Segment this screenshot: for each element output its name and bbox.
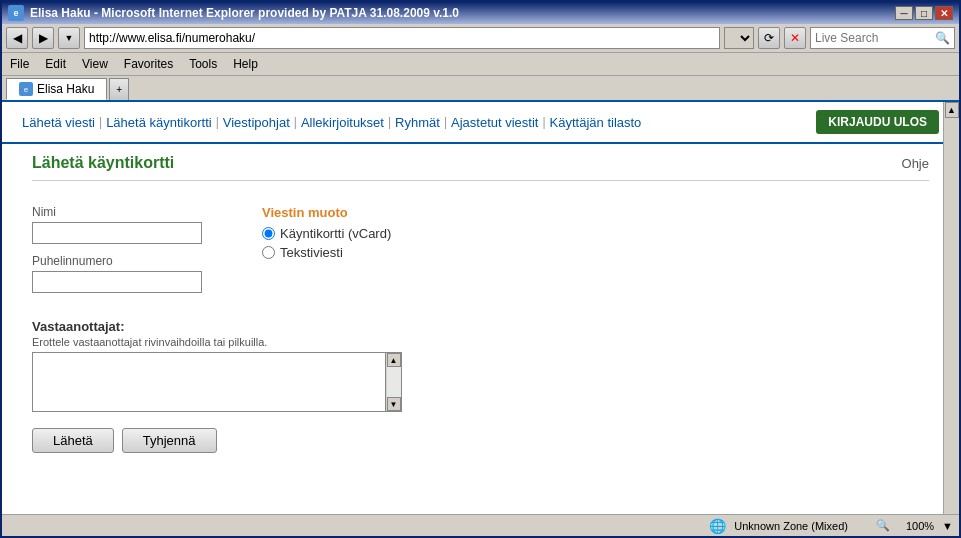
nav-ajastetut[interactable]: Ajastetut viestit [451,115,538,130]
zoom-icon: 🔍 [876,519,890,532]
vscroll-up[interactable]: ▲ [945,102,959,118]
scroll-down-button[interactable]: ▼ [387,397,401,411]
puhelin-label: Puhelinnumero [32,254,202,268]
close-button[interactable]: ✕ [935,6,953,20]
nav-laheta-viesti[interactable]: Lähetä viesti [22,115,95,130]
page-header: Lähetä käyntikortti Ohje [32,154,929,181]
new-tab-button[interactable]: + [109,78,129,100]
minimize-button[interactable]: ─ [895,6,913,20]
puhelin-group: Puhelinnumero [32,254,202,293]
vastaanottajat-hint: Erottele vastaanottajat rivinvaihdoilla … [32,336,929,348]
buttons-row: Lähetä Tyhjennä [32,428,929,453]
tyhjenna-button[interactable]: Tyhjennä [122,428,217,453]
nimi-group: Nimi [32,205,202,244]
nav-ryhmat[interactable]: Ryhmät [395,115,440,130]
form-section: Nimi Puhelinnumero Viestin muoto [32,195,929,303]
ie-icon: e [8,5,24,21]
browser-window: e Elisa Haku - Microsoft Internet Explor… [0,0,961,538]
address-bar-wrap [84,27,720,49]
nav-allekirjoitukset[interactable]: Allekirjoitukset [301,115,384,130]
forward-button[interactable]: ▶ [32,27,54,49]
page-content: Lähetä käyntikortti Ohje Nimi Puhelinnum… [2,144,959,463]
form-left: Nimi Puhelinnumero [32,205,202,293]
menu-favorites[interactable]: Favorites [116,55,181,73]
radio-kayntikortti-label: Käyntikortti (vCard) [280,226,391,241]
menu-view[interactable]: View [74,55,116,73]
window-title: Elisa Haku - Microsoft Internet Explorer… [30,6,459,20]
menu-file[interactable]: File [2,55,37,73]
dropdown-button[interactable]: ▼ [58,27,80,49]
search-wrap: 🔍 [810,27,955,49]
nav-sep-4: | [388,115,391,129]
radio-group: Käyntikortti (vCard) Tekstiviesti [262,226,391,260]
globe-icon: 🌐 [709,518,726,534]
title-bar-left: e Elisa Haku - Microsoft Internet Explor… [8,5,459,21]
radio-tekstiviesti-label: Tekstiviesti [280,245,343,260]
nav-sep-6: | [542,115,545,129]
menu-help[interactable]: Help [225,55,266,73]
nav-kayttajan-tilasto[interactable]: Käyttäjän tilasto [550,115,642,130]
textarea-scrollbar: ▲ ▼ [385,353,401,411]
puhelin-input[interactable] [32,271,202,293]
tab-icon: e [19,82,33,96]
status-bar: 🌐 Unknown Zone (Mixed) 🔍 100% ▼ [2,514,959,536]
nav-sep-5: | [444,115,447,129]
stop-button[interactable]: ✕ [784,27,806,49]
menu-tools[interactable]: Tools [181,55,225,73]
refresh-button[interactable]: ⟳ [758,27,780,49]
radio-tekstiviesti[interactable]: Tekstiviesti [262,245,391,260]
nimi-input[interactable] [32,222,202,244]
back-button[interactable]: ◀ [6,27,28,49]
nav-sep-1: | [99,115,102,129]
menu-edit[interactable]: Edit [37,55,74,73]
tab-label: Elisa Haku [37,82,94,96]
vastaanottajat-label: Vastaanottajat: [32,319,929,334]
radio-kayntikortti-input[interactable] [262,227,275,240]
right-scrollbar: ▲ ▼ [943,102,959,536]
tab-elisa-haku[interactable]: e Elisa Haku [6,78,107,100]
nimi-label: Nimi [32,205,202,219]
tabs-bar: e Elisa Haku + [2,76,959,102]
search-input[interactable] [815,31,935,45]
address-input[interactable] [89,31,715,45]
browser-area: Lähetä viesti | Lähetä käyntikortti | Vi… [2,102,959,536]
page-help[interactable]: Ohje [902,156,929,171]
menu-bar: File Edit View Favorites Tools Help [2,53,959,76]
inner-nav: Lähetä viesti | Lähetä käyntikortti | Vi… [2,102,959,144]
address-dropdown[interactable] [724,27,754,49]
page-title: Lähetä käyntikortti [32,154,174,172]
title-bar: e Elisa Haku - Microsoft Internet Explor… [2,2,959,24]
laheta-button[interactable]: Lähetä [32,428,114,453]
search-button[interactable]: 🔍 [935,31,950,45]
scroll-up-button[interactable]: ▲ [387,353,401,367]
viesti-muoto-label: Viestin muoto [262,205,391,220]
nav-sep-2: | [216,115,219,129]
kirjaudu-ulos-button[interactable]: KIRJAUDU ULOS [816,110,939,134]
radio-kayntikortti[interactable]: Käyntikortti (vCard) [262,226,391,241]
window-controls: ─ □ ✕ [895,6,953,20]
recipients-textarea[interactable] [33,353,385,411]
status-zone: Unknown Zone (Mixed) [734,520,848,532]
nav-sep-3: | [294,115,297,129]
browser-content: Lähetä viesti | Lähetä käyntikortti | Vi… [2,102,959,536]
nav-viestipohjat[interactable]: Viestipohjat [223,115,290,130]
form-right: Viestin muoto Käyntikortti (vCard) Tekst… [262,205,391,293]
maximize-button[interactable]: □ [915,6,933,20]
status-zoom: 100% [906,520,934,532]
nav-laheta-kayntikortti[interactable]: Lähetä käyntikortti [106,115,212,130]
radio-tekstiviesti-input[interactable] [262,246,275,259]
recipients-section: Vastaanottajat: Erottele vastaanottajat … [32,319,929,412]
recipients-textarea-wrap: ▲ ▼ [32,352,402,412]
zoom-dropdown[interactable]: ▼ [942,520,953,532]
address-bar: ◀ ▶ ▼ ⟳ ✕ 🔍 [2,24,959,53]
